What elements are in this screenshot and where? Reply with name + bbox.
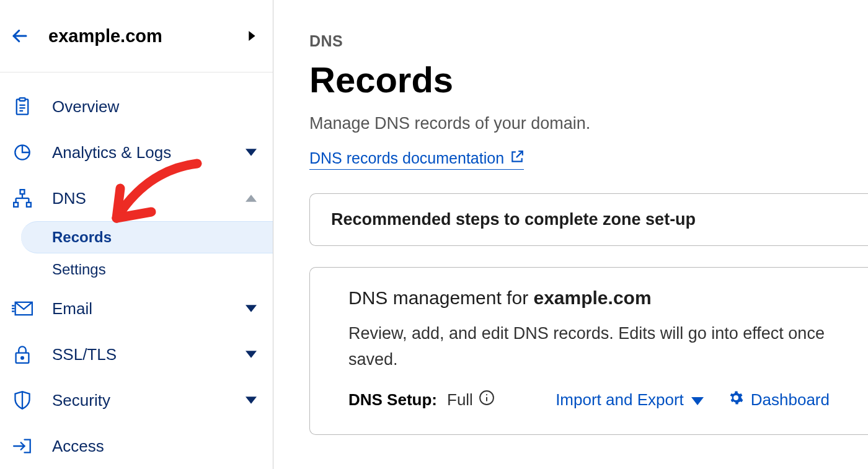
svg-rect-11: [27, 203, 31, 207]
domain-name[interactable]: example.com: [48, 26, 243, 46]
sidebar-item-ssl-tls[interactable]: SSL/TLS: [0, 331, 273, 377]
dns-docs-link[interactable]: DNS records documentation: [309, 149, 524, 170]
sidebar-subitem-label: Settings: [52, 261, 106, 278]
sidebar-item-security[interactable]: Security: [0, 377, 273, 423]
svg-marker-32: [691, 397, 704, 405]
info-icon[interactable]: [479, 390, 494, 410]
svg-marker-8: [246, 149, 257, 156]
gear-icon: [728, 390, 743, 410]
sidebar-dns-subnav: Records Settings: [0, 221, 273, 286]
svg-rect-3: [19, 98, 25, 101]
svg-rect-10: [14, 203, 18, 207]
domain-header: example.com: [0, 0, 273, 72]
sitemap-icon: [11, 187, 33, 209]
svg-marker-26: [246, 397, 257, 404]
sidebar-item-label: DNS: [52, 189, 242, 208]
dashboard-button[interactable]: Dashboard: [728, 390, 830, 410]
chevron-down-icon: [242, 345, 260, 364]
svg-point-23: [21, 357, 24, 359]
sidebar-subitem-records[interactable]: Records: [21, 221, 273, 253]
sidebar-subitem-settings[interactable]: Settings: [0, 253, 273, 286]
dns-management-title-domain: example.com: [533, 287, 651, 308]
sidebar-nav: Overview Analytics & Logs DNS: [0, 72, 273, 469]
main-content: DNS Records Manage DNS records of your d…: [273, 0, 868, 469]
chevron-down-icon: [242, 391, 260, 410]
page-subtitle: Manage DNS records of your domain.: [309, 114, 868, 133]
sidebar-item-overview[interactable]: Overview: [0, 84, 273, 129]
sidebar-item-label: SSL/TLS: [52, 345, 242, 364]
svg-rect-2: [17, 99, 28, 114]
dashboard-label: Dashboard: [751, 390, 830, 410]
import-export-label: Import and Export: [556, 390, 684, 410]
chevron-down-icon: [242, 143, 260, 162]
login-icon: [11, 435, 33, 457]
lock-icon: [11, 343, 33, 366]
dns-docs-link-label: DNS records documentation: [309, 149, 504, 167]
dns-management-title: DNS management for example.com: [348, 287, 830, 309]
dns-setup-value: Full: [447, 390, 494, 410]
external-link-icon: [510, 149, 524, 167]
dns-management-panel: DNS management for example.com Review, a…: [309, 267, 868, 435]
shield-icon: [11, 389, 33, 411]
sidebar-subitem-label: Records: [52, 229, 112, 246]
svg-marker-21: [246, 305, 257, 312]
chevron-up-icon: [242, 189, 260, 208]
recommended-steps-title: Recommended steps to complete zone set-u…: [331, 210, 847, 229]
sidebar-item-analytics[interactable]: Analytics & Logs: [0, 129, 273, 175]
breadcrumb: DNS: [309, 32, 868, 50]
dns-setup-value-text: Full: [447, 390, 473, 410]
recommended-steps-panel[interactable]: Recommended steps to complete zone set-u…: [309, 193, 868, 246]
svg-marker-16: [246, 195, 257, 202]
dns-management-row: DNS Setup: Full Import and Export: [348, 390, 830, 410]
envelope-icon: [11, 297, 33, 320]
back-icon[interactable]: [7, 24, 32, 48]
chevron-down-icon: [242, 299, 260, 318]
dns-management-desc: Review, add, and edit DNS records. Edits…: [348, 321, 830, 373]
sidebar-item-label: Overview: [52, 97, 260, 116]
sidebar-item-label: Access: [52, 437, 260, 456]
svg-line-28: [516, 151, 523, 157]
sidebar: example.com Overview Analytics & Logs: [0, 0, 273, 469]
domain-switcher-caret-icon[interactable]: [243, 27, 262, 45]
sidebar-item-label: Analytics & Logs: [52, 143, 242, 162]
sidebar-item-label: Email: [52, 299, 242, 318]
svg-marker-1: [249, 31, 255, 41]
svg-marker-24: [246, 351, 257, 358]
sidebar-item-dns[interactable]: DNS: [0, 175, 273, 221]
page-title: Records: [309, 59, 868, 100]
sidebar-item-label: Security: [52, 391, 242, 410]
dns-setup-label: DNS Setup:: [348, 390, 437, 410]
sidebar-item-email[interactable]: Email: [0, 286, 273, 331]
clipboard-icon: [11, 95, 33, 118]
dns-management-title-prefix: DNS management for: [348, 287, 533, 308]
svg-rect-9: [20, 190, 25, 194]
pie-chart-icon: [11, 141, 33, 164]
chevron-down-icon: [691, 390, 704, 410]
svg-point-30: [486, 394, 487, 395]
import-export-button[interactable]: Import and Export: [556, 390, 704, 410]
sidebar-item-access[interactable]: Access: [0, 423, 273, 469]
